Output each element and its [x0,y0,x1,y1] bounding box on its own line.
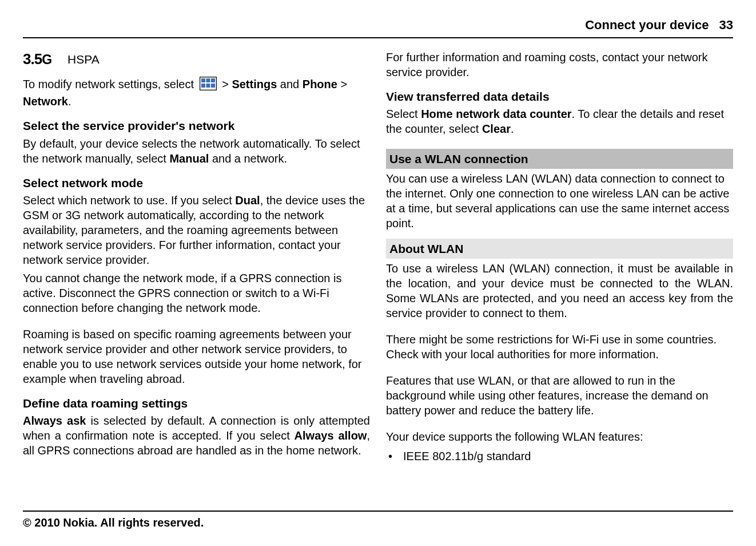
always-ask-label: Always ask [23,414,86,427]
always-allow-label: Always allow [295,429,367,442]
paragraph-about-wlan-2: There might be some restrictions for Wi-… [386,332,733,362]
indicator-3-5g: 3.5G [23,50,51,69]
bullet-item-1: • IEEE 802.11b/g standard [386,449,733,464]
paragraph-roaming: Roaming is based on specific roaming agr… [23,327,370,386]
heading-view-data: View transferred data details [386,89,733,104]
text: To modify network settings, select [23,78,197,91]
paragraph-select-provider: By default, your device selects the netw… [23,136,370,166]
home-counter-label: Home network data counter [421,108,571,120]
content-columns: 3.5G HSPA To modify network settings, se… [23,50,733,464]
paragraph-about-wlan-3: Features that use WLAN, or that are allo… [386,373,733,418]
indicator-g: G [42,52,51,67]
dual-label: Dual [235,194,260,207]
manual-label: Manual [169,152,209,165]
svg-rect-3 [211,78,215,82]
text: > [340,78,347,91]
paragraph-define-roaming: Always ask is selected by default. A con… [23,413,370,458]
text: Select [386,108,421,120]
text: > [222,78,232,91]
left-column: 3.5G HSPA To modify network settings, se… [23,50,370,464]
clear-label: Clear [482,122,511,135]
svg-rect-1 [201,78,205,82]
header-page-number: 33 [719,17,733,34]
indicator-3-5: 3.5 [23,50,42,68]
page-header: Connect your device 33 [23,17,733,38]
svg-rect-5 [206,84,210,88]
page-footer: © 2010 Nokia. All rights reserved. [23,511,733,530]
paragraph-view-data: Select Home network data counter. To cle… [386,106,733,136]
paragraph-about-wlan-1: To use a wireless LAN (WLAN) connection,… [386,261,733,321]
heading-define-roaming: Define data roaming settings [23,395,370,411]
paragraph-about-wlan-4: Your device supports the following WLAN … [386,429,733,444]
bullet-icon: • [386,449,403,464]
indicator-hspa: HSPA [67,52,100,67]
svg-rect-4 [201,84,205,88]
text: . [68,95,71,108]
modify-network-text: To modify network settings, select > Set… [23,77,370,109]
paragraph-use-wlan: You can use a wireless LAN (WLAN) data c… [386,171,733,231]
section-use-wlan: Use a WLAN connection [386,149,733,169]
text: and a network. [209,152,287,165]
text: . [511,122,514,135]
settings-label: Settings [232,78,277,91]
network-label: Network [23,95,68,108]
text: and [280,78,303,91]
section-about-wlan: About WLAN [386,239,733,259]
phone-label: Phone [303,78,337,91]
paragraph-mode-1: Select which network to use. If you sele… [23,193,370,267]
menu-grid-icon [200,77,217,94]
heading-select-mode: Select network mode [23,175,370,191]
text: Select which network to use. If you sele… [23,194,235,207]
network-indicator-row: 3.5G HSPA [23,50,370,69]
svg-rect-2 [206,78,210,82]
paragraph-mode-2: You cannot change the network mode, if a… [23,271,370,315]
paragraph-further-info: For further information and roaming cost… [386,50,733,80]
right-column: For further information and roaming cost… [386,50,733,464]
header-title: Connect your device [585,17,709,34]
svg-rect-6 [211,84,215,88]
bullet-text: IEEE 802.11b/g standard [403,449,531,464]
heading-select-provider: Select the service provider's network [23,118,370,133]
